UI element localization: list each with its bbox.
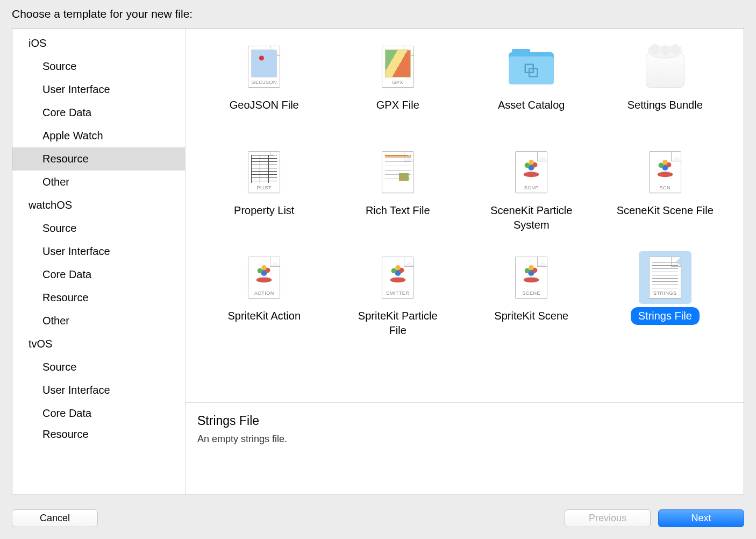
svg-point-25 xyxy=(395,265,401,271)
svg-point-5 xyxy=(525,163,530,168)
sidebar-group: tvOS xyxy=(12,332,185,356)
sidebar-item[interactable]: User Interface xyxy=(12,78,185,101)
previous-button[interactable]: Previous xyxy=(565,509,651,527)
sidebar-item[interactable]: Other xyxy=(12,309,185,332)
sidebar-item[interactable]: Core Data xyxy=(12,101,185,124)
svg-point-15 xyxy=(256,278,272,283)
template-icon xyxy=(372,146,424,198)
new-file-template-dialog: Choose a template for your new file: iOS… xyxy=(0,0,756,539)
template-item[interactable]: GPX GPX File xyxy=(331,34,465,139)
sidebar-item[interactable]: User Interface xyxy=(12,379,185,402)
detail-description: An empty strings file. xyxy=(197,434,732,445)
svg-point-7 xyxy=(529,160,534,165)
template-label: Strings File xyxy=(631,307,700,325)
template-label: SpriteKit Action xyxy=(220,307,308,325)
template-icon xyxy=(505,40,558,93)
template-item[interactable]: ACTION SpriteKit Action xyxy=(197,245,331,350)
svg-point-19 xyxy=(262,265,267,271)
sidebar-item[interactable]: Source xyxy=(12,356,185,379)
template-label: SpriteKit Scene xyxy=(487,307,576,325)
template-icon: SCNP xyxy=(505,146,558,198)
template-label: Asset Catalog xyxy=(490,96,573,114)
template-label: SpriteKit Particle File xyxy=(341,307,454,339)
template-icon: STRINGS xyxy=(639,251,691,304)
detail-title: Strings File xyxy=(197,414,732,428)
template-label: SceneKit Scene File xyxy=(609,202,721,219)
template-label: Settings Bundle xyxy=(620,96,710,114)
svg-point-27 xyxy=(524,278,539,283)
template-icon: ACTION xyxy=(238,251,290,304)
template-item[interactable]: SCENE SpriteKit Scene xyxy=(465,245,598,350)
template-icon: GEOJSON xyxy=(238,40,290,93)
dialog-title: Choose a template for your new file: xyxy=(0,0,756,28)
sidebar-item[interactable]: Source xyxy=(12,55,185,78)
template-item[interactable]: Rich Text File xyxy=(331,139,465,245)
template-item[interactable]: STRINGS Strings File xyxy=(598,245,732,350)
svg-point-17 xyxy=(258,268,263,274)
template-item[interactable]: Settings Bundle xyxy=(598,34,732,139)
sidebar-item[interactable]: Resource xyxy=(12,147,185,171)
svg-point-11 xyxy=(658,163,664,168)
sidebar-group: watchOS xyxy=(12,194,185,217)
svg-point-3 xyxy=(524,172,539,178)
template-item[interactable]: GEOJSON GeoJSON File xyxy=(197,34,331,139)
template-label: SceneKit Particle System xyxy=(475,202,588,234)
dialog-footer: Cancel Previous Next xyxy=(0,494,756,539)
template-item[interactable]: EMITTER SpriteKit Particle File xyxy=(331,245,465,350)
svg-point-13 xyxy=(662,160,668,165)
sidebar-item[interactable]: Core Data xyxy=(12,263,185,286)
template-item[interactable]: Asset Catalog xyxy=(465,34,598,139)
template-item[interactable]: SCN SceneKit Scene File xyxy=(598,139,732,245)
cancel-button[interactable]: Cancel xyxy=(12,509,98,527)
template-label: GeoJSON File xyxy=(222,96,306,114)
sidebar-item[interactable]: Source xyxy=(12,217,185,240)
svg-point-31 xyxy=(529,265,534,271)
template-item[interactable]: PLIST Property List xyxy=(197,139,331,245)
svg-point-23 xyxy=(391,268,396,274)
sidebar-item[interactable]: Core Data xyxy=(12,402,185,425)
sidebar-item[interactable]: Other xyxy=(12,171,185,194)
template-icon: SCENE xyxy=(505,251,558,304)
template-icon: EMITTER xyxy=(372,251,424,304)
sidebar-item[interactable]: User Interface xyxy=(12,240,185,263)
template-label: GPX File xyxy=(369,96,427,114)
template-detail: Strings File An empty strings file. xyxy=(186,402,744,494)
template-icon: GPX xyxy=(372,40,424,93)
sidebar-group: iOS xyxy=(12,32,185,55)
template-label: Property List xyxy=(226,202,302,219)
sidebar-item[interactable]: Resource xyxy=(12,425,185,438)
sidebar-item[interactable]: Resource xyxy=(12,286,185,309)
template-item[interactable]: SCNP SceneKit Particle System xyxy=(465,139,598,245)
template-icon: PLIST xyxy=(238,146,290,198)
template-icon: SCN xyxy=(639,146,691,198)
right-pane: GEOJSON GeoJSON File GPX GPX File Asset … xyxy=(186,29,744,494)
svg-point-21 xyxy=(390,278,406,283)
template-label: Rich Text File xyxy=(358,202,438,219)
main-panel: iOSSourceUser InterfaceCore DataApple Wa… xyxy=(12,28,744,494)
svg-point-29 xyxy=(525,268,530,274)
category-sidebar: iOSSourceUser InterfaceCore DataApple Wa… xyxy=(12,29,186,494)
sidebar-item[interactable]: Apple Watch xyxy=(12,124,185,147)
svg-point-9 xyxy=(658,172,673,178)
next-button[interactable]: Next xyxy=(658,509,744,527)
template-icon xyxy=(639,40,691,93)
template-grid: GEOJSON GeoJSON File GPX GPX File Asset … xyxy=(186,29,744,402)
